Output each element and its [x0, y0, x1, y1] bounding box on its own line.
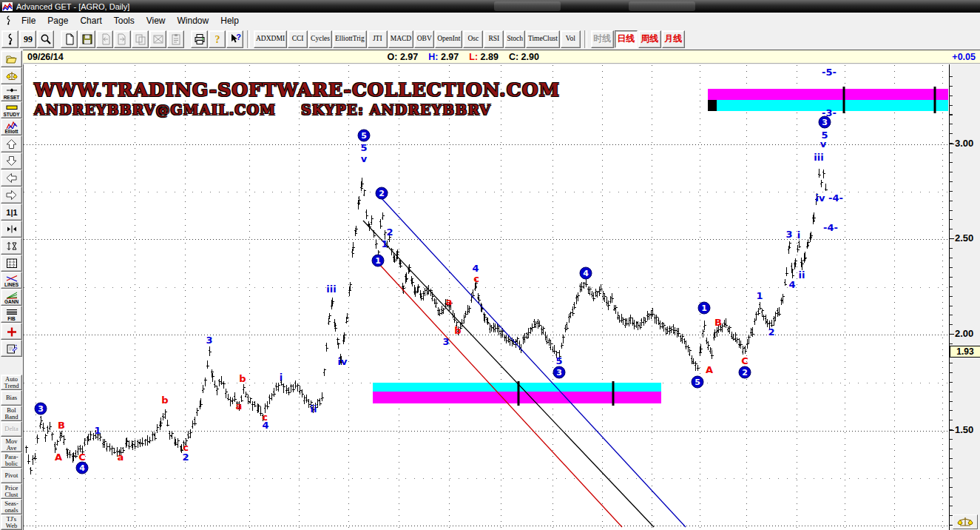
price-clust-button[interactable]: PriceClust: [1, 483, 22, 499]
vol-button[interactable]: Vol: [561, 30, 581, 48]
wave-label: -4-: [828, 192, 843, 204]
paste-button: [167, 30, 184, 48]
arrow-left-button[interactable]: [1, 170, 22, 187]
notes-button[interactable]: [1, 340, 22, 357]
elliott-trig-button[interactable]: ElliottTrig: [333, 30, 367, 48]
elliott-button[interactable]: Elliott: [1, 118, 22, 135]
wave-label: 1: [756, 290, 763, 301]
adx-dmi-button[interactable]: ADXDMI: [254, 30, 287, 48]
notes-icon: [6, 343, 18, 354]
menu-file[interactable]: File: [16, 13, 41, 28]
seasonals-button[interactable]: Seas-onals: [1, 499, 22, 514]
wave-label: b: [239, 373, 246, 384]
fib-button[interactable]: FIB: [1, 306, 22, 323]
open-int-button[interactable]: OpenInt: [435, 30, 462, 48]
save-icon: [81, 33, 93, 45]
gann-button[interactable]: GANN: [1, 289, 22, 306]
prev-page-icon: [99, 33, 111, 45]
wave-label: 4: [262, 420, 268, 431]
lines-button[interactable]: LINES: [1, 272, 22, 289]
obv-button[interactable]: OBV: [414, 30, 434, 48]
help-button[interactable]: ?: [209, 30, 226, 48]
wave-label: v: [820, 138, 827, 150]
bol-band-button[interactable]: BolBand: [1, 406, 22, 421]
cycles-button[interactable]: Cycles: [308, 30, 332, 48]
reset-button[interactable]: RESET: [1, 84, 22, 101]
reset-icon: [6, 86, 18, 95]
pivot-button[interactable]: Pivot: [1, 468, 22, 483]
compare-pages-button[interactable]: 1|1: [1, 204, 22, 221]
menu-tools[interactable]: Tools: [108, 13, 141, 28]
scales-corner-button[interactable]: [953, 514, 978, 529]
grid-button[interactable]: [1, 255, 22, 272]
wave-label: v: [361, 153, 368, 164]
bias-button[interactable]: Bias: [1, 390, 22, 406]
wave-label: B: [58, 420, 65, 431]
auto-trend-button[interactable]: AutoTrend: [1, 375, 22, 390]
study-button[interactable]: STUDY: [1, 101, 22, 118]
scales-button[interactable]: [1, 67, 22, 84]
save-button[interactable]: [78, 30, 95, 48]
arrow-right-button[interactable]: [1, 187, 22, 204]
parabolic-button[interactable]: Para-bolic: [1, 452, 22, 468]
page-pin-button[interactable]: [1, 30, 18, 48]
sort-hourglass-button[interactable]: [1, 238, 22, 255]
time-clust-button[interactable]: TimeClust: [526, 30, 560, 48]
osc-button[interactable]: Osc: [463, 30, 483, 48]
tjs-web-button[interactable]: TJ'sWeb: [1, 514, 22, 530]
svg-text:99: 99: [24, 34, 33, 44]
menu-view[interactable]: View: [141, 13, 172, 28]
price-axis[interactable]: 3.002.502.001.5011.93: [949, 64, 980, 530]
wave-label: ii: [311, 403, 317, 415]
next-page-button: [114, 30, 131, 48]
compress-icon: [6, 224, 18, 235]
open-chart-button[interactable]: [1, 50, 22, 67]
wave-circle-number: 3: [556, 368, 562, 378]
title-bar[interactable]: Advanced GET - [AGRO, Daily]: [0, 0, 980, 13]
wave-label: a: [118, 452, 124, 463]
wave-circle-number: 1: [375, 256, 381, 266]
print-button[interactable]: [191, 30, 208, 48]
weekly-button[interactable]: 周线: [638, 30, 661, 48]
open-chart-icon: [6, 53, 18, 64]
trend-channel-line: [382, 198, 686, 527]
context-help-button[interactable]: ?: [226, 30, 243, 48]
stoch-button[interactable]: Stoch: [504, 30, 525, 48]
daily-button[interactable]: 日线: [615, 30, 638, 48]
price-chart[interactable]: BACabcabcabcBAC1234iiiiiiiv5v12345123iii…: [24, 65, 949, 530]
rsi-button[interactable]: RSI: [484, 30, 504, 48]
elliott-icon: [6, 120, 18, 129]
wave-label: C: [741, 355, 748, 366]
chart-area[interactable]: BACabcabcabcBAC1234iiiiiiiv5v12345123iii…: [23, 64, 980, 530]
axis-minor-ticks: [950, 67, 953, 526]
menu-window[interactable]: Window: [172, 13, 215, 28]
crosshair-button[interactable]: [1, 323, 22, 340]
paste-icon: [170, 33, 182, 45]
axis-tick-major: [950, 430, 954, 431]
hourly-button: 时线: [591, 30, 614, 48]
lines-icon: [6, 273, 18, 282]
ohlc-field: C: 2.90: [509, 52, 539, 62]
jti-button[interactable]: JTI: [368, 30, 388, 48]
new-chart-button[interactable]: [61, 30, 78, 48]
arrow-up-button[interactable]: [1, 135, 22, 152]
svg-text:1|1: 1|1: [6, 208, 17, 217]
delete-button: [149, 30, 166, 48]
menu-help[interactable]: Help: [214, 13, 245, 28]
info-bar: 09/26/14 O: 2.97H: 2.97L: 2.89C: 2.90 +0…: [23, 50, 980, 64]
mov-ave-button[interactable]: MovAve: [1, 437, 22, 452]
child-window-icon[interactable]: [4, 15, 13, 26]
gann-icon: [6, 290, 18, 299]
menu-chart[interactable]: Chart: [74, 13, 107, 28]
compress-button[interactable]: [1, 221, 22, 238]
wave-label: b: [161, 395, 168, 406]
cci-button[interactable]: CCI: [288, 30, 308, 48]
menu-page[interactable]: Page: [41, 13, 74, 28]
zoom-button[interactable]: [37, 30, 54, 48]
macd-button[interactable]: MACD: [388, 30, 414, 48]
support-band-magenta: [373, 392, 661, 403]
wave-label: a: [236, 400, 243, 412]
arrow-down-button[interactable]: [1, 152, 22, 170]
quotes-button[interactable]: 99: [19, 30, 36, 48]
monthly-button[interactable]: 月线: [662, 30, 685, 48]
